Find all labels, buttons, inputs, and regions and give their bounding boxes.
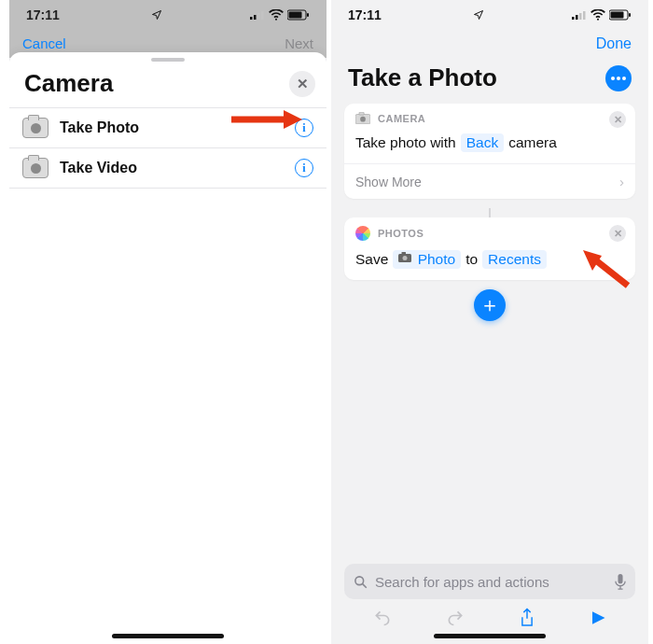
location-arrow-icon: [151, 9, 162, 21]
run-button[interactable]: [590, 609, 606, 626]
action-take-video[interactable]: Take Video i: [9, 148, 326, 189]
action-label: Take Photo: [60, 119, 284, 136]
phone-left-screenshot: 17:11 Cancel Next Camera ✕ Take Photo i: [9, 0, 326, 644]
action-list: Take Photo i Take Video i: [9, 107, 326, 189]
svg-rect-22: [402, 252, 407, 255]
modal-header-back: Cancel Next: [9, 35, 326, 51]
undo-button[interactable]: [373, 609, 392, 627]
svg-point-26: [355, 576, 364, 584]
ellipsis-icon: [611, 77, 626, 80]
plus-icon: ＋: [479, 291, 500, 319]
action-text: Save: [355, 251, 388, 268]
chevron-right-icon: ›: [619, 174, 624, 189]
svg-rect-12: [579, 13, 582, 20]
close-icon: ✕: [614, 114, 622, 126]
home-indicator[interactable]: [112, 634, 224, 638]
close-button[interactable]: ✕: [289, 71, 315, 97]
search-icon: [354, 575, 368, 589]
svg-point-23: [403, 256, 408, 260]
action-take-photo[interactable]: Take Photo i: [9, 108, 326, 148]
action-label: Take Video: [60, 160, 284, 176]
more-button[interactable]: [605, 65, 632, 91]
photos-app-icon: [355, 226, 370, 241]
status-bar: 17:11: [9, 0, 326, 30]
camera-token[interactable]: Back: [461, 133, 504, 152]
camera-icon: [22, 158, 49, 178]
info-button[interactable]: i: [295, 119, 313, 137]
remove-action-button[interactable]: ✕: [609, 225, 626, 242]
svg-rect-19: [359, 112, 364, 115]
dictation-icon[interactable]: [615, 574, 626, 590]
remove-action-button[interactable]: ✕: [609, 111, 626, 128]
action-card-photos[interactable]: PHOTOS ✕ Save Photo to Recents: [344, 217, 635, 280]
svg-rect-6: [289, 12, 302, 19]
photo-variable-token[interactable]: Photo: [393, 250, 461, 269]
action-text: Take photo with: [355, 134, 456, 151]
sheet-title: Camera: [24, 69, 113, 98]
show-more-label: Show More: [355, 175, 422, 189]
svg-point-20: [360, 117, 366, 122]
info-button[interactable]: i: [295, 159, 313, 177]
home-indicator[interactable]: [434, 634, 546, 638]
flow-connector: [489, 208, 491, 217]
svg-rect-7: [307, 13, 309, 17]
action-card-camera[interactable]: CAMERA ✕ Take photo with Back camera Sho…: [344, 104, 635, 199]
svg-rect-28: [618, 574, 622, 583]
navbar: Done: [331, 30, 648, 58]
album-token[interactable]: Recents: [482, 250, 547, 269]
location-arrow-icon: [473, 9, 484, 21]
cellular-signal-icon: [250, 10, 265, 21]
battery-icon: [609, 9, 632, 21]
wifi-icon: [269, 9, 284, 21]
svg-marker-29: [592, 611, 605, 624]
cancel-link[interactable]: Cancel: [22, 35, 66, 51]
action-text: camera: [508, 134, 557, 151]
camera-icon: [398, 252, 413, 264]
svg-rect-10: [572, 17, 575, 20]
svg-rect-13: [583, 11, 586, 20]
add-action-button[interactable]: ＋: [474, 289, 506, 321]
status-bar: 17:11: [331, 0, 648, 30]
battery-icon: [287, 9, 310, 21]
camera-icon: [22, 118, 49, 138]
done-button[interactable]: Done: [596, 35, 632, 52]
actions-sheet: Camera ✕ Take Photo i Take Video i: [9, 52, 326, 644]
svg-line-27: [362, 583, 366, 587]
bottom-toolbar: [331, 599, 648, 637]
sheet-grabber[interactable]: [151, 58, 185, 62]
close-icon: ✕: [297, 76, 309, 92]
close-icon: ✕: [614, 228, 622, 240]
camera-app-icon: [355, 112, 370, 124]
action-text: to: [465, 251, 478, 268]
cellular-signal-icon: [572, 10, 587, 21]
svg-rect-11: [576, 15, 578, 20]
search-field[interactable]: Search for apps and actions: [344, 564, 635, 599]
wifi-icon: [590, 9, 605, 21]
svg-rect-3: [261, 11, 264, 20]
svg-point-14: [597, 19, 599, 21]
search-placeholder: Search for apps and actions: [375, 574, 549, 590]
phone-right-screenshot: 17:11 Done Take a Photo CAMERA ✕ Take ph…: [331, 0, 648, 644]
card-app-label: PHOTOS: [378, 228, 424, 239]
svg-rect-0: [250, 17, 253, 20]
show-more-row[interactable]: Show More ›: [344, 163, 635, 199]
share-button[interactable]: [519, 608, 535, 628]
svg-rect-16: [611, 12, 624, 19]
shortcut-title[interactable]: Take a Photo: [348, 63, 497, 92]
redo-button[interactable]: [446, 609, 465, 627]
svg-rect-17: [629, 13, 631, 17]
status-time: 17:11: [348, 7, 382, 22]
svg-rect-2: [257, 13, 260, 20]
status-time: 17:11: [26, 7, 60, 22]
next-link: Next: [285, 35, 313, 51]
card-app-label: CAMERA: [378, 113, 425, 124]
svg-point-4: [275, 19, 277, 21]
svg-rect-1: [254, 15, 257, 20]
